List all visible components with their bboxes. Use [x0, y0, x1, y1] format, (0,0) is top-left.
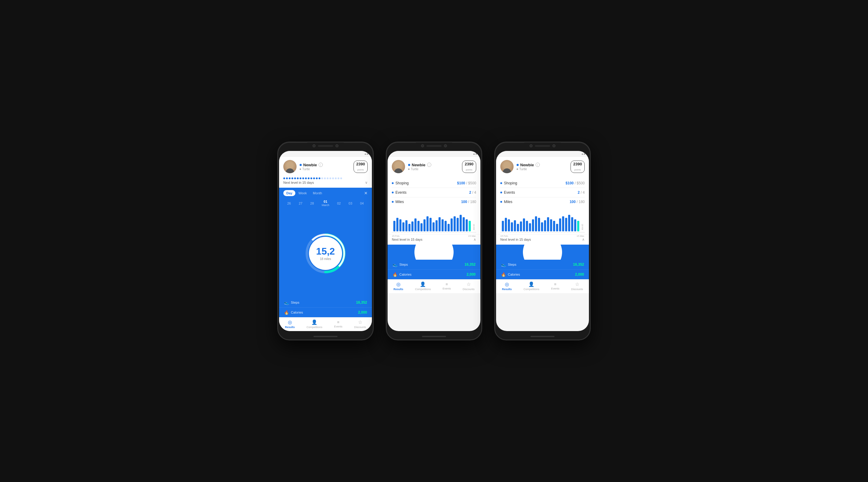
bar-chart: 18 KM — [392, 212, 476, 233]
app-header: Newbie i Turtle 2390 points — [496, 157, 589, 175]
results-icon: ◎ — [505, 281, 509, 287]
shopping-max: / $500 — [466, 181, 476, 185]
next-level-text: Next level in 15 days — [500, 238, 531, 241]
nav-events[interactable]: ≡ Events — [442, 282, 451, 290]
points-value: 2390 — [356, 162, 365, 166]
competitions-label: Competitions — [524, 288, 539, 291]
results-icon: ◎ — [396, 281, 401, 287]
partial-gauge-circle: 15,2 — [523, 245, 562, 260]
front-sensor — [336, 144, 338, 147]
info-icon[interactable]: i — [427, 163, 431, 167]
steps-value: 16,352 — [464, 262, 475, 267]
date-04[interactable]: 04 — [360, 201, 364, 205]
steps-row: 👟 Steps 16,352 — [279, 298, 372, 307]
date-27[interactable]: 27 — [299, 201, 302, 205]
steps-value: 16,352 — [356, 300, 367, 304]
svg-rect-34 — [511, 222, 513, 231]
nav-competitions[interactable]: 👤 Competitions — [307, 319, 322, 329]
svg-rect-51 — [562, 216, 564, 231]
svg-rect-54 — [571, 217, 573, 231]
points-value: 2390 — [465, 162, 473, 166]
status-dot — [300, 164, 302, 166]
user-name: Newbie — [412, 163, 426, 167]
shopping-current: $100 — [566, 181, 574, 185]
points-label: points — [466, 168, 472, 171]
partial-gauge-value: 15,2 — [426, 245, 442, 245]
status-dot — [408, 164, 410, 166]
date-01[interactable]: 01 — [321, 200, 329, 203]
chart-start-label: 15 Feb. — [392, 235, 400, 237]
partial-gauge-value: 15,2 — [534, 245, 551, 245]
svg-rect-43 — [538, 218, 540, 231]
nav-results[interactable]: ◎ Results — [393, 281, 403, 291]
nav-competitions[interactable]: 👤 Competitions — [524, 281, 539, 291]
gauge-unit: 18 miles — [320, 257, 331, 261]
svg-rect-35 — [514, 220, 516, 231]
svg-rect-3 — [393, 221, 396, 231]
user-level: Turtle — [519, 167, 527, 171]
points-label: points — [358, 168, 364, 171]
svg-rect-47 — [550, 219, 552, 231]
svg-rect-32 — [505, 218, 507, 231]
calories-label: Calories — [291, 311, 303, 314]
calories-label: Calories — [399, 272, 411, 276]
nav-results[interactable]: ◎ Results — [502, 281, 512, 291]
miles-stat: Miles 100 / 180 — [392, 197, 476, 206]
points-badge: 2390 points — [353, 161, 368, 173]
svg-rect-55 — [574, 219, 576, 231]
date-strip: 26 27 28 01 March 02 03 — [279, 198, 372, 209]
calories-row: 🔥 Calories 2,000 — [279, 307, 372, 317]
nav-results[interactable]: ◎ Results — [285, 319, 295, 329]
user-level: Turtle — [302, 167, 310, 171]
info-icon[interactable]: i — [318, 163, 323, 167]
bottom-nav: ◎ Results 👤 Competitions ≡ Events ☆ Disc… — [496, 279, 589, 293]
date-26[interactable]: 26 — [287, 201, 291, 205]
calories-icon: 🔥 — [501, 272, 506, 277]
bottom-nav: ◎ Results 👤 Competitions ≡ Events ☆ Disc… — [279, 317, 372, 331]
steps-value: 16,352 — [573, 262, 584, 267]
svg-rect-37 — [520, 221, 522, 231]
discounts-label: Discounts — [463, 288, 475, 291]
events-icon: ≡ — [554, 282, 556, 287]
nav-events[interactable]: ≡ Events — [551, 282, 559, 290]
front-camera — [530, 144, 532, 147]
svg-rect-9 — [411, 221, 413, 231]
svg-rect-21 — [447, 224, 450, 231]
app-header: Newbie i Turtle 2390 points — [388, 157, 480, 175]
calories-icon: 🔥 — [284, 310, 289, 315]
competitions-icon: 👤 — [420, 281, 426, 287]
date-28[interactable]: 28 — [310, 201, 314, 205]
nav-discounts[interactable]: ☆ Discounts — [463, 281, 475, 291]
chevron-down-icon[interactable]: ∨ — [365, 181, 368, 185]
chevron-up-icon[interactable]: ∧ — [582, 237, 585, 242]
tab-close-icon[interactable]: ✕ — [364, 191, 368, 195]
nav-discounts[interactable]: ☆ Discounts — [354, 319, 366, 329]
svg-rect-14 — [427, 216, 429, 231]
calories-value: 2,000 — [358, 310, 367, 315]
svg-rect-19 — [441, 219, 444, 231]
avatar — [500, 160, 514, 173]
points-badge: 2390 points — [570, 161, 585, 173]
discounts-label: Discounts — [571, 288, 583, 291]
tab-day[interactable]: Day — [283, 190, 296, 196]
results-icon: ◎ — [288, 319, 292, 325]
svg-rect-46 — [547, 217, 549, 231]
gauge-area: 15,2 18 miles — [279, 209, 372, 298]
svg-rect-16 — [433, 222, 435, 231]
info-icon[interactable]: i — [535, 163, 540, 167]
discounts-icon: ☆ — [467, 281, 471, 287]
nav-events[interactable]: ≡ Events — [334, 320, 342, 328]
tab-month[interactable]: Month — [310, 190, 325, 196]
date-03[interactable]: 03 — [349, 201, 352, 205]
user-level: Turtle — [411, 167, 418, 171]
nav-discounts[interactable]: ☆ Discounts — [571, 281, 583, 291]
tab-week[interactable]: Week — [296, 190, 310, 196]
svg-rect-28 — [469, 221, 471, 231]
date-02[interactable]: 02 — [337, 201, 341, 205]
nav-competitions[interactable]: 👤 Competitions — [415, 281, 431, 291]
chart-end-label: 15 Mar. — [468, 235, 476, 237]
steps-label: Steps — [508, 263, 516, 266]
svg-rect-22 — [451, 218, 453, 231]
svg-text:18 KM: 18 KM — [473, 224, 475, 230]
chevron-up-icon[interactable]: ∧ — [473, 237, 476, 242]
